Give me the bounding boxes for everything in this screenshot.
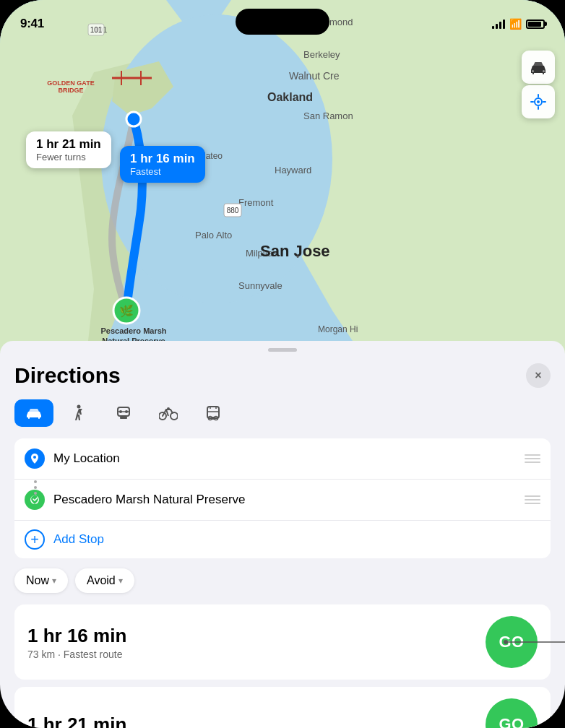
add-stop-icon: + bbox=[25, 529, 45, 550]
svg-point-32 bbox=[537, 100, 540, 103]
svg-text:Morgan Hi: Morgan Hi bbox=[318, 324, 358, 334]
time-chevron-icon: ▾ bbox=[52, 576, 56, 586]
dynamic-island bbox=[236, 9, 329, 35]
svg-point-33 bbox=[77, 405, 81, 409]
sheet-title: Directions bbox=[14, 363, 121, 388]
location-button[interactable] bbox=[522, 85, 555, 118]
map-area[interactable]: 🌿 Pescadero Marsh Natural Preserve Richm… bbox=[0, 0, 565, 354]
tab-transit[interactable] bbox=[104, 399, 143, 427]
route-card-2-info: 1 hr 21 min bbox=[27, 714, 126, 729]
alt-route-label: Fewer turns bbox=[36, 152, 101, 162]
avoid-chevron-icon: ▾ bbox=[118, 576, 123, 586]
drive-mode-button[interactable] bbox=[522, 51, 555, 84]
origin-icon bbox=[25, 448, 45, 469]
main-route-label: Fastest bbox=[130, 166, 195, 177]
main-route-time: 1 hr 16 min bbox=[130, 152, 195, 166]
time-option-label: Now bbox=[26, 574, 49, 587]
go-button-2[interactable]: GO bbox=[486, 698, 538, 728]
status-time: 9:41 bbox=[20, 17, 44, 31]
svg-text:Walnut Cre: Walnut Cre bbox=[289, 70, 340, 82]
status-icons: 📶 bbox=[492, 18, 545, 30]
svg-point-52 bbox=[504, 640, 508, 644]
phone-frame: 🌿 Pescadero Marsh Natural Preserve Richm… bbox=[0, 0, 565, 728]
route-1-time: 1 hr 16 min bbox=[27, 625, 126, 647]
avoid-option-label: Avoid bbox=[87, 574, 116, 587]
svg-text:Sunnyvale: Sunnyvale bbox=[238, 280, 282, 291]
svg-point-49 bbox=[33, 456, 36, 459]
svg-text:San Ramon: San Ramon bbox=[303, 110, 353, 121]
svg-point-40 bbox=[171, 412, 178, 420]
svg-rect-46 bbox=[212, 417, 215, 420]
route-2-time: 1 hr 21 min bbox=[27, 714, 126, 729]
annotation-container: 在列表中查看路线。 bbox=[506, 631, 565, 653]
svg-rect-35 bbox=[120, 417, 127, 419]
route-card-1[interactable]: 1 hr 16 min 73 km · Fastest route GO 在列表… bbox=[14, 604, 551, 680]
route-callout-alt[interactable]: 1 hr 21 min Fewer turns bbox=[26, 131, 111, 168]
waypoints-list: My Location bbox=[14, 438, 551, 558]
add-stop-label: Add Stop bbox=[53, 532, 540, 547]
options-row: Now ▾ Avoid ▾ bbox=[14, 568, 551, 593]
tab-bus[interactable] bbox=[194, 399, 233, 427]
destination-name: Pescadero Marsh Natural Preserve bbox=[53, 493, 525, 507]
tab-cycle[interactable] bbox=[149, 399, 188, 427]
svg-text:Pescadero Marsh: Pescadero Marsh bbox=[100, 326, 166, 335]
svg-text:•: • bbox=[296, 252, 299, 262]
waypoint-destination[interactable]: Pescadero Marsh Natural Preserve bbox=[14, 480, 551, 521]
svg-text:San Jose: San Jose bbox=[260, 242, 330, 260]
svg-text:880: 880 bbox=[227, 207, 239, 214]
sheet-header: Directions × bbox=[14, 363, 551, 388]
time-option[interactable]: Now ▾ bbox=[14, 568, 68, 593]
route-card-2[interactable]: 1 hr 21 min GO bbox=[14, 687, 551, 728]
route-callout-main[interactable]: 1 hr 16 min Fastest bbox=[120, 146, 205, 183]
waypoint-add-stop[interactable]: + Add Stop bbox=[14, 521, 551, 558]
transport-tabs bbox=[14, 399, 551, 427]
svg-text:Berkeley: Berkeley bbox=[303, 49, 340, 60]
svg-point-41 bbox=[167, 407, 170, 410]
destination-drag-handle bbox=[525, 495, 540, 504]
tab-walk[interactable] bbox=[59, 399, 98, 427]
svg-text:Fremont: Fremont bbox=[238, 197, 274, 208]
avoid-option[interactable]: Avoid ▾ bbox=[75, 568, 134, 593]
svg-text:🌿: 🌿 bbox=[119, 304, 134, 318]
origin-name: My Location bbox=[53, 451, 525, 466]
route-1-detail: 73 km · Fastest route bbox=[27, 649, 126, 660]
map-controls bbox=[522, 51, 555, 118]
svg-point-2 bbox=[126, 112, 141, 126]
close-button[interactable]: × bbox=[526, 363, 551, 388]
svg-text:BRIDGE: BRIDGE bbox=[58, 87, 83, 94]
map-background: 🌿 Pescadero Marsh Natural Preserve Richm… bbox=[0, 0, 565, 354]
annotation-line bbox=[506, 631, 565, 653]
svg-text:Palo Alto: Palo Alto bbox=[195, 230, 232, 240]
route-card-2-wrapper: 1 hr 21 min GO bbox=[0, 687, 565, 728]
route-card-1-info: 1 hr 16 min 73 km · Fastest route bbox=[27, 625, 126, 660]
origin-drag-handle bbox=[525, 454, 540, 463]
signal-bars bbox=[492, 19, 505, 29]
tab-drive[interactable] bbox=[14, 399, 53, 427]
svg-text:Oakland: Oakland bbox=[267, 91, 313, 103]
bottom-sheet: Directions × bbox=[0, 341, 565, 728]
wifi-icon: 📶 bbox=[509, 18, 522, 30]
svg-text:Hayward: Hayward bbox=[275, 165, 311, 176]
waypoint-origin[interactable]: My Location bbox=[14, 438, 551, 480]
svg-text:GOLDEN GATE: GOLDEN GATE bbox=[47, 79, 94, 87]
alt-route-time: 1 hr 21 min bbox=[36, 137, 101, 152]
battery-icon bbox=[526, 20, 545, 29]
